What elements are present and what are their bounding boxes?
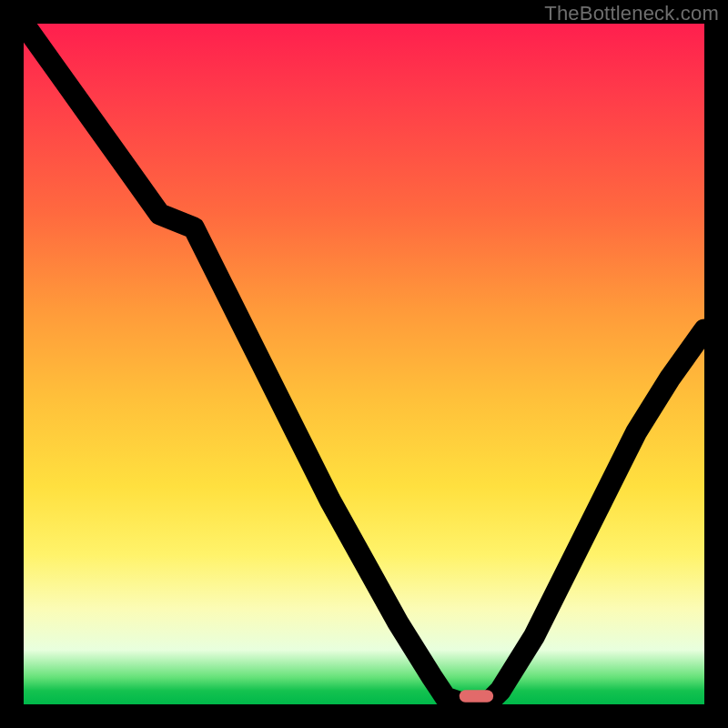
chart-frame: TheBottleneck.com (0, 0, 728, 728)
bottleneck-curve (24, 24, 704, 704)
watermark-text: TheBottleneck.com (544, 2, 719, 25)
optimal-marker (460, 690, 493, 702)
plot-area (24, 24, 704, 704)
chart-svg (24, 24, 704, 704)
